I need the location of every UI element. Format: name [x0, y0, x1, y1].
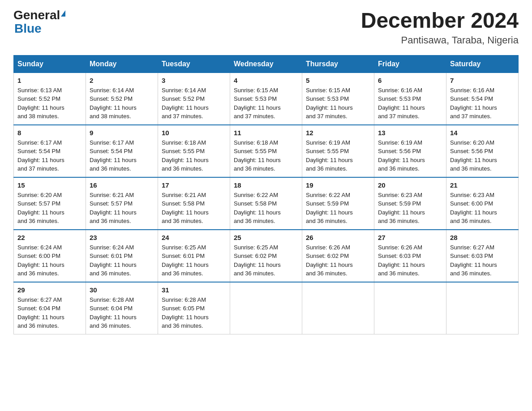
day-cell: 10 Sunrise: 6:18 AMSunset: 5:55 PMDaylig…	[158, 125, 230, 177]
day-number: 14	[450, 129, 515, 137]
day-number: 28	[450, 234, 515, 241]
day-number: 4	[234, 77, 298, 84]
week-row-1: 1 Sunrise: 6:13 AMSunset: 5:52 PMDayligh…	[14, 73, 519, 125]
day-cell: 29 Sunrise: 6:27 AMSunset: 6:04 PMDaylig…	[14, 282, 86, 334]
day-cell	[374, 282, 446, 334]
day-cell: 24 Sunrise: 6:25 AMSunset: 6:01 PMDaylig…	[158, 230, 230, 282]
week-row-4: 22 Sunrise: 6:24 AMSunset: 6:00 PMDaylig…	[14, 230, 519, 282]
week-row-5: 29 Sunrise: 6:27 AMSunset: 6:04 PMDaylig…	[14, 282, 519, 334]
day-number: 17	[162, 181, 226, 189]
day-cell: 30 Sunrise: 6:28 AMSunset: 6:04 PMDaylig…	[86, 282, 158, 334]
day-cell: 14 Sunrise: 6:20 AMSunset: 5:56 PMDaylig…	[446, 125, 519, 177]
day-cell: 2 Sunrise: 6:14 AMSunset: 5:52 PMDayligh…	[86, 73, 158, 125]
day-info: Sunrise: 6:20 AMSunset: 5:57 PMDaylight:…	[17, 192, 64, 225]
day-cell: 1 Sunrise: 6:13 AMSunset: 5:52 PMDayligh…	[14, 73, 86, 125]
day-number: 18	[234, 181, 298, 189]
day-number: 22	[17, 234, 82, 241]
day-number: 6	[378, 77, 442, 84]
day-info: Sunrise: 6:27 AMSunset: 6:03 PMDaylight:…	[450, 244, 497, 277]
header-monday: Monday	[86, 55, 158, 73]
day-cell: 8 Sunrise: 6:17 AMSunset: 5:54 PMDayligh…	[14, 125, 86, 177]
month-title: December 2024	[361, 9, 519, 33]
day-cell	[302, 282, 374, 334]
header-row: SundayMondayTuesdayWednesdayThursdayFrid…	[14, 55, 519, 73]
calendar-table: SundayMondayTuesdayWednesdayThursdayFrid…	[13, 55, 519, 334]
day-number: 13	[378, 129, 442, 137]
day-info: Sunrise: 6:24 AMSunset: 6:00 PMDaylight:…	[17, 244, 64, 277]
day-cell: 5 Sunrise: 6:15 AMSunset: 5:53 PMDayligh…	[302, 73, 374, 125]
day-cell: 3 Sunrise: 6:14 AMSunset: 5:52 PMDayligh…	[158, 73, 230, 125]
day-info: Sunrise: 6:17 AMSunset: 5:54 PMDaylight:…	[90, 139, 137, 172]
day-info: Sunrise: 6:13 AMSunset: 5:52 PMDaylight:…	[17, 87, 64, 120]
day-cell: 26 Sunrise: 6:26 AMSunset: 6:02 PMDaylig…	[302, 230, 374, 282]
day-number: 20	[378, 181, 442, 189]
day-number: 1	[17, 77, 82, 84]
title-block: December 2024 Pantisawa, Taraba, Nigeria	[361, 9, 519, 46]
week-row-2: 8 Sunrise: 6:17 AMSunset: 5:54 PMDayligh…	[14, 125, 519, 177]
day-info: Sunrise: 6:22 AMSunset: 5:58 PMDaylight:…	[234, 192, 281, 225]
day-number: 2	[90, 77, 154, 84]
day-number: 26	[306, 234, 370, 241]
day-number: 10	[162, 129, 226, 137]
day-info: Sunrise: 6:28 AMSunset: 6:05 PMDaylight:…	[162, 296, 209, 330]
day-cell: 11 Sunrise: 6:18 AMSunset: 5:55 PMDaylig…	[230, 125, 302, 177]
day-info: Sunrise: 6:21 AMSunset: 5:58 PMDaylight:…	[162, 192, 209, 225]
day-number: 19	[306, 181, 370, 189]
day-number: 5	[306, 77, 370, 84]
day-cell: 9 Sunrise: 6:17 AMSunset: 5:54 PMDayligh…	[86, 125, 158, 177]
day-number: 24	[162, 234, 226, 241]
logo-blue: Blue	[14, 21, 42, 36]
location-title: Pantisawa, Taraba, Nigeria	[361, 34, 519, 46]
day-info: Sunrise: 6:27 AMSunset: 6:04 PMDaylight:…	[17, 296, 64, 330]
header-tuesday: Tuesday	[158, 55, 230, 73]
day-cell: 28 Sunrise: 6:27 AMSunset: 6:03 PMDaylig…	[446, 230, 519, 282]
day-info: Sunrise: 6:16 AMSunset: 5:53 PMDaylight:…	[378, 87, 425, 120]
day-info: Sunrise: 6:25 AMSunset: 6:01 PMDaylight:…	[162, 244, 209, 277]
day-number: 11	[234, 129, 298, 137]
day-info: Sunrise: 6:19 AMSunset: 5:56 PMDaylight:…	[378, 139, 425, 172]
day-info: Sunrise: 6:22 AMSunset: 5:59 PMDaylight:…	[306, 192, 353, 225]
day-cell: 15 Sunrise: 6:20 AMSunset: 5:57 PMDaylig…	[14, 177, 86, 230]
day-number: 3	[162, 77, 226, 84]
day-cell: 4 Sunrise: 6:15 AMSunset: 5:53 PMDayligh…	[230, 73, 302, 125]
day-info: Sunrise: 6:17 AMSunset: 5:54 PMDaylight:…	[17, 139, 64, 172]
header-sunday: Sunday	[14, 55, 86, 73]
day-info: Sunrise: 6:20 AMSunset: 5:56 PMDaylight:…	[450, 139, 497, 172]
day-cell: 31 Sunrise: 6:28 AMSunset: 6:05 PMDaylig…	[158, 282, 230, 334]
day-number: 21	[450, 181, 515, 189]
day-number: 9	[90, 129, 154, 137]
day-number: 29	[17, 286, 82, 294]
day-info: Sunrise: 6:26 AMSunset: 6:02 PMDaylight:…	[306, 244, 353, 277]
day-number: 27	[378, 234, 442, 241]
day-info: Sunrise: 6:19 AMSunset: 5:55 PMDaylight:…	[306, 139, 353, 172]
day-cell: 27 Sunrise: 6:26 AMSunset: 6:03 PMDaylig…	[374, 230, 446, 282]
day-info: Sunrise: 6:16 AMSunset: 5:54 PMDaylight:…	[450, 87, 497, 120]
day-number: 12	[306, 129, 370, 137]
day-number: 8	[17, 129, 82, 137]
day-cell: 23 Sunrise: 6:24 AMSunset: 6:01 PMDaylig…	[86, 230, 158, 282]
logo-general: General	[13, 9, 60, 21]
day-cell	[230, 282, 302, 334]
day-info: Sunrise: 6:18 AMSunset: 5:55 PMDaylight:…	[234, 139, 281, 172]
day-cell: 16 Sunrise: 6:21 AMSunset: 5:57 PMDaylig…	[86, 177, 158, 230]
day-info: Sunrise: 6:15 AMSunset: 5:53 PMDaylight:…	[234, 87, 281, 120]
day-number: 15	[17, 181, 82, 189]
page-header: General Blue December 2024 Pantisawa, Ta…	[13, 9, 519, 46]
day-info: Sunrise: 6:26 AMSunset: 6:03 PMDaylight:…	[378, 244, 425, 277]
day-number: 7	[450, 77, 515, 84]
day-cell: 12 Sunrise: 6:19 AMSunset: 5:55 PMDaylig…	[302, 125, 374, 177]
day-cell: 17 Sunrise: 6:21 AMSunset: 5:58 PMDaylig…	[158, 177, 230, 230]
header-thursday: Thursday	[302, 55, 374, 73]
header-friday: Friday	[374, 55, 446, 73]
day-number: 30	[90, 286, 154, 294]
day-info: Sunrise: 6:14 AMSunset: 5:52 PMDaylight:…	[90, 87, 137, 120]
day-cell: 22 Sunrise: 6:24 AMSunset: 6:00 PMDaylig…	[14, 230, 86, 282]
day-cell: 25 Sunrise: 6:25 AMSunset: 6:02 PMDaylig…	[230, 230, 302, 282]
week-row-3: 15 Sunrise: 6:20 AMSunset: 5:57 PMDaylig…	[14, 177, 519, 230]
day-info: Sunrise: 6:14 AMSunset: 5:52 PMDaylight:…	[162, 87, 209, 120]
day-number: 16	[90, 181, 154, 189]
day-number: 31	[162, 286, 226, 294]
day-info: Sunrise: 6:21 AMSunset: 5:57 PMDaylight:…	[90, 192, 137, 225]
day-cell: 20 Sunrise: 6:23 AMSunset: 5:59 PMDaylig…	[374, 177, 446, 230]
header-saturday: Saturday	[446, 55, 519, 73]
